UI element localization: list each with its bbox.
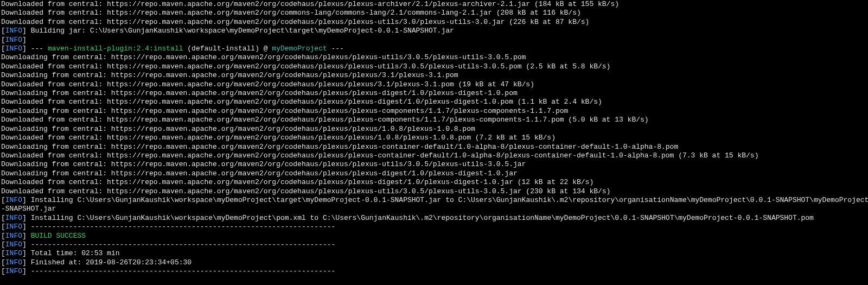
log-text: Downloaded from central: https://repo.ma… <box>1 178 593 186</box>
plugin-mid: (default-install) @ <box>183 45 272 53</box>
log-text: Downloaded from central: https://repo.ma… <box>1 116 649 124</box>
log-line: Downloading from central: https://repo.m… <box>1 160 867 169</box>
log-line: Downloading from central: https://repo.m… <box>1 143 867 151</box>
log-text: Finished at: 2019-08-26T20:23:34+05:30 <box>31 258 192 267</box>
log-text: Downloaded from central: https://repo.ma… <box>1 134 556 142</box>
log-text: ----------------------------------------… <box>31 267 336 275</box>
log-line: Downloading from central: https://repo.m… <box>1 89 867 98</box>
log-text: Downloaded from central: https://repo.ma… <box>1 98 602 106</box>
log-text: Downloading from central: https://repo.m… <box>1 89 518 97</box>
log-text: Downloading from central: https://repo.m… <box>1 107 568 115</box>
log-line: Downloaded from central: https://repo.ma… <box>1 9 867 17</box>
log-line: -SNAPSHOT.jar <box>1 205 867 213</box>
project-name: myDemoProject <box>272 45 327 53</box>
log-text: Total time: 02:53 min <box>31 249 120 257</box>
log-line: Downloaded from central: https://repo.ma… <box>1 18 867 27</box>
build-success: BUILD SUCCESS <box>31 232 86 240</box>
log-text: Downloading from central: https://repo.m… <box>1 71 458 79</box>
log-line: Downloaded from central: https://repo.ma… <box>1 98 867 106</box>
log-line: Downloaded from central: https://repo.ma… <box>1 187 867 196</box>
log-text: Downloaded from central: https://repo.ma… <box>1 187 610 195</box>
log-line: [INFO] <box>1 36 867 45</box>
log-text: Downloading from central: https://repo.m… <box>1 169 518 178</box>
log-line: Downloaded from central: https://repo.ma… <box>1 178 867 187</box>
log-line: [INFO] Installing C:\Users\GunjanKaushik… <box>1 196 867 205</box>
log-line: Downloaded from central: https://repo.ma… <box>1 62 867 71</box>
log-text: ----------------------------------------… <box>31 240 336 249</box>
log-line: Downloading from central: https://repo.m… <box>1 125 867 134</box>
log-line: [INFO] Total time: 02:53 min <box>1 249 867 258</box>
log-line: Downloading from central: https://repo.m… <box>1 169 867 178</box>
log-text: Downloaded from central: https://repo.ma… <box>1 151 758 160</box>
log-line: Downloading from central: https://repo.m… <box>1 107 867 116</box>
log-text: Downloaded from central: https://repo.ma… <box>1 0 619 8</box>
dash-trail: --- <box>327 45 344 53</box>
log-text: Downloaded from central: https://repo.ma… <box>1 9 581 17</box>
log-text: Installing C:\Users\GunjanKaushik\worksp… <box>31 214 814 222</box>
log-line: [INFO] ---------------------------------… <box>1 223 867 231</box>
log-line: [INFO] BUILD SUCCESS <box>1 232 867 240</box>
log-line: Downloaded from central: https://repo.ma… <box>1 116 867 124</box>
log-line: Downloading from central: https://repo.m… <box>1 71 867 80</box>
log-text: ----------------------------------------… <box>31 223 336 231</box>
log-line: [INFO] Finished at: 2019-08-26T20:23:34+… <box>1 258 867 267</box>
log-line: Downloaded from central: https://repo.ma… <box>1 151 867 160</box>
log-text: Downloading from central: https://repo.m… <box>1 160 526 168</box>
log-line: [INFO] --- maven-install-plugin:2.4:inst… <box>1 45 867 53</box>
log-line: [INFO] Building jar: C:\Users\GunjanKaus… <box>1 27 867 35</box>
log-line: Downloaded from central: https://repo.ma… <box>1 0 867 9</box>
terminal-output[interactable]: Downloaded from central: https://repo.ma… <box>0 0 868 276</box>
log-text: Building jar: C:\Users\GunjanKaushik\wor… <box>31 27 454 35</box>
plugin-goal: maven-install-plugin:2.4:install <box>48 45 183 53</box>
log-line: Downloading from central: https://repo.m… <box>1 53 867 62</box>
log-text: Downloaded from central: https://repo.ma… <box>1 18 589 26</box>
dash: --- <box>31 45 48 53</box>
log-text: -SNAPSHOT.jar <box>1 205 56 213</box>
log-line: [INFO] Installing C:\Users\GunjanKaushik… <box>1 214 867 223</box>
log-line: Downloaded from central: https://repo.ma… <box>1 134 867 142</box>
log-text: Downloading from central: https://repo.m… <box>1 143 678 151</box>
log-text: Downloaded from central: https://repo.ma… <box>1 62 610 71</box>
log-text: Downloading from central: https://repo.m… <box>1 53 526 61</box>
log-line: [INFO] ---------------------------------… <box>1 267 867 276</box>
log-text: Installing C:\Users\GunjanKaushik\worksp… <box>31 196 868 204</box>
log-text: Downloaded from central: https://repo.ma… <box>1 80 534 88</box>
log-text: Downloading from central: https://repo.m… <box>1 125 475 133</box>
log-line: [INFO] ---------------------------------… <box>1 240 867 249</box>
log-line: Downloaded from central: https://repo.ma… <box>1 80 867 89</box>
